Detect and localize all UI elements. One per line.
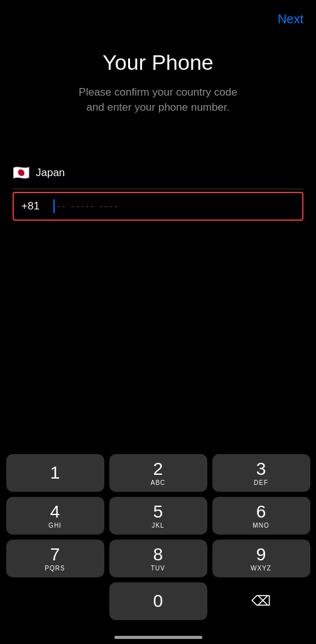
key-9[interactable]: 9 WXYZ [212, 540, 310, 577]
key-3[interactable]: 3 DEF [212, 454, 310, 492]
country-name: Japan [36, 167, 65, 179]
phone-section: 🇯🇵 Japan +81 -- ----- ---- [0, 157, 316, 221]
key-5[interactable]: 5 JKL [109, 497, 207, 535]
numpad-row-2: 4 GHI 5 JKL 6 MNO [5, 497, 311, 535]
key-empty [6, 582, 104, 620]
key-1[interactable]: 1 [6, 454, 104, 492]
numpad-row-1: 1 2 ABC 3 DEF [5, 454, 311, 492]
next-button[interactable]: Next [278, 12, 303, 26]
phone-input-row[interactable]: +81 -- ----- ---- [13, 192, 303, 221]
country-code: +81 [21, 200, 43, 213]
page-title: Your Phone [25, 50, 291, 75]
title-section: Your Phone Please confirm your country c… [0, 50, 316, 115]
key-6[interactable]: 6 MNO [212, 497, 310, 535]
page-subtitle: Please confirm your country codeand ente… [25, 85, 291, 115]
country-flag: 🇯🇵 [13, 165, 30, 181]
phone-placeholder: -- ----- ---- [57, 200, 119, 213]
backspace-button[interactable]: ⌫ [212, 582, 310, 620]
country-row[interactable]: 🇯🇵 Japan [13, 157, 303, 189]
numpad: 1 2 ABC 3 DEF 4 GHI 5 JKL 6 MNO 7 PQRS 8 [0, 454, 316, 625]
backspace-icon: ⌫ [251, 593, 271, 609]
key-0[interactable]: 0 [109, 582, 207, 620]
numpad-row-3: 7 PQRS 8 TUV 9 WXYZ [5, 540, 311, 577]
home-indicator [114, 636, 202, 639]
key-2[interactable]: 2 ABC [109, 454, 207, 492]
phone-field-area[interactable]: -- ----- ---- [53, 199, 295, 213]
key-7[interactable]: 7 PQRS [6, 540, 104, 577]
numpad-row-4: 0 ⌫ [5, 582, 311, 620]
key-4[interactable]: 4 GHI [6, 497, 104, 535]
key-8[interactable]: 8 TUV [109, 540, 207, 577]
text-cursor [53, 199, 55, 213]
header: Next [0, 0, 316, 38]
